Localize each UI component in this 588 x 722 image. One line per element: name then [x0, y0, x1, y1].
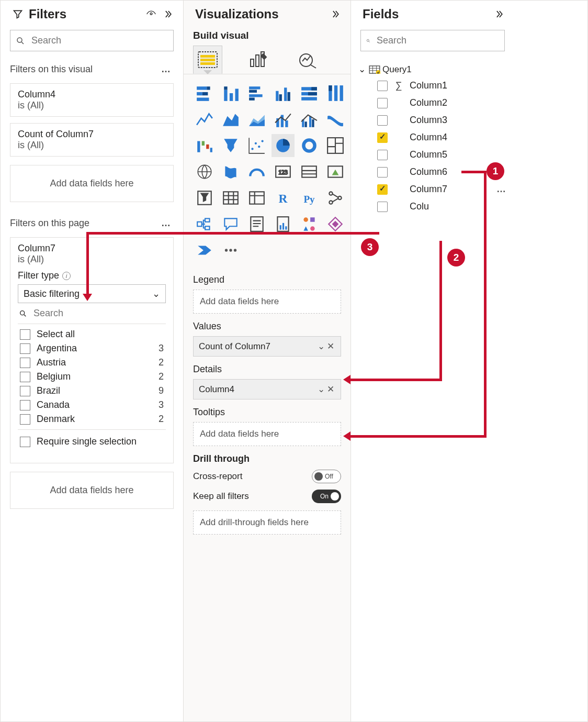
viz-slicer[interactable]: [193, 186, 216, 209]
filter-card-count-column7[interactable]: Count of Column7 is (All): [10, 123, 174, 157]
viz-kpi[interactable]: [324, 160, 347, 183]
viz-scatter[interactable]: [245, 134, 268, 157]
viz-filled-map[interactable]: [219, 160, 242, 183]
cross-report-toggle[interactable]: Off: [312, 470, 341, 483]
filter-type-dropdown[interactable]: Basic filtering ⌄: [18, 284, 166, 303]
viz-treemap[interactable]: [324, 134, 347, 157]
eye-icon[interactable]: [145, 8, 157, 20]
viz-qna[interactable]: [219, 213, 242, 236]
viz-type-grid: 123 R Py: [184, 74, 350, 269]
filter-value-item[interactable]: Belgium2: [18, 370, 166, 384]
field-column8[interactable]: Colu: [356, 198, 509, 215]
filters-page-more[interactable]: …: [161, 218, 172, 229]
viz-more[interactable]: [219, 239, 242, 262]
svg-rect-61: [223, 192, 238, 204]
svg-rect-6: [200, 62, 215, 65]
viz-clustered-column[interactable]: [272, 82, 295, 105]
filter-value-item[interactable]: Austria2: [18, 356, 166, 370]
filters-page-dropzone[interactable]: Add data fields here: [10, 472, 174, 509]
viz-decomposition[interactable]: [193, 213, 216, 236]
viz-paginated[interactable]: [272, 213, 295, 236]
collapse-icon[interactable]: [493, 8, 505, 20]
field-column2[interactable]: Column2: [356, 94, 509, 112]
chevron-down-icon: ⌄: [358, 64, 366, 75]
filter-value-item[interactable]: Brazil9: [18, 384, 166, 398]
fields-search-input[interactable]: [376, 35, 499, 47]
keep-filters-toggle[interactable]: On: [312, 490, 341, 503]
filters-search[interactable]: [10, 30, 174, 51]
viz-powerapps[interactable]: [324, 213, 347, 236]
viz-title: Visualizations: [195, 7, 324, 21]
filter-type-label: Filter type: [18, 270, 59, 281]
tab-build[interactable]: [193, 46, 222, 74]
field-more-icon[interactable]: …: [496, 184, 507, 195]
viz-key-influencers[interactable]: [324, 186, 347, 209]
viz-python[interactable]: Py: [298, 186, 321, 209]
require-single-selection[interactable]: Require single selection: [18, 429, 166, 456]
svg-rect-8: [256, 55, 259, 66]
chevron-down-icon[interactable]: ⌄: [316, 341, 326, 352]
viz-funnel[interactable]: [219, 134, 242, 157]
viz-table[interactable]: [219, 186, 242, 209]
field-column3[interactable]: Column3: [356, 112, 509, 129]
viz-pie[interactable]: [272, 134, 295, 157]
filter-value-item[interactable]: Canada3: [18, 398, 166, 412]
viz-ribbon[interactable]: [324, 108, 347, 131]
viz-map[interactable]: [193, 160, 216, 183]
field-column4[interactable]: Column4: [356, 129, 509, 146]
filters-visual-more[interactable]: …: [161, 64, 172, 75]
well-values-item[interactable]: Count of Column7 ⌄ ✕: [193, 336, 341, 357]
viz-r[interactable]: R: [272, 186, 295, 209]
tab-analytics[interactable]: [293, 46, 323, 74]
filter-card-column4[interactable]: Column4 is (All): [10, 83, 174, 117]
info-icon[interactable]: i: [62, 272, 71, 280]
viz-stacked-column[interactable]: [219, 82, 242, 105]
viz-matrix[interactable]: [245, 186, 268, 209]
collapse-icon[interactable]: [162, 8, 174, 20]
viz-stacked-bar[interactable]: [193, 82, 216, 105]
well-legend-drop[interactable]: Add data fields here: [193, 290, 341, 314]
svg-rect-20: [249, 86, 260, 89]
viz-gauge[interactable]: [245, 160, 268, 183]
filter-value-item[interactable]: Argentina3: [18, 341, 166, 356]
filter-value-selectall[interactable]: Select all: [18, 327, 166, 341]
filters-visual-dropzone[interactable]: Add data fields here: [10, 165, 174, 202]
viz-area[interactable]: [219, 108, 242, 131]
well-details-item[interactable]: Column4 ⌄ ✕: [193, 379, 341, 399]
viz-stacked-area[interactable]: [245, 108, 268, 131]
fields-search[interactable]: [360, 30, 505, 51]
drill-through-drop[interactable]: Add drill-through fields here: [193, 510, 341, 535]
svg-rect-75: [285, 226, 287, 229]
well-tooltips-drop[interactable]: Add data fields here: [193, 422, 341, 446]
filter-values-search[interactable]: [18, 303, 166, 324]
viz-line-clustered[interactable]: [298, 108, 321, 131]
viz-100-bar[interactable]: [298, 82, 321, 105]
viz-donut[interactable]: [298, 134, 321, 157]
filter-values-search-input[interactable]: [32, 307, 165, 319]
well-legend-label: Legend: [184, 269, 350, 287]
viz-clustered-bar[interactable]: [245, 82, 268, 105]
viz-multicard[interactable]: [298, 160, 321, 183]
filters-search-input[interactable]: [30, 35, 168, 47]
table-query1[interactable]: ⌄ Query1: [356, 62, 509, 77]
svg-rect-11: [197, 86, 207, 90]
field-column1[interactable]: ∑Column1: [356, 77, 509, 94]
tab-format[interactable]: [243, 46, 273, 74]
viz-waterfall[interactable]: [193, 134, 216, 157]
viz-100-column[interactable]: [324, 82, 347, 105]
viz-line[interactable]: [193, 108, 216, 131]
viz-apps[interactable]: [298, 213, 321, 236]
field-column6[interactable]: Column6: [356, 163, 509, 181]
viz-card[interactable]: 123: [272, 160, 295, 183]
viz-line-column[interactable]: [272, 108, 295, 131]
search-icon: [366, 36, 370, 46]
filter-value-item[interactable]: Denmark2: [18, 412, 166, 426]
collapse-icon[interactable]: [330, 8, 341, 20]
field-column7[interactable]: Column7…: [356, 181, 509, 198]
chevron-down-icon[interactable]: ⌄: [316, 384, 326, 395]
close-icon[interactable]: ✕: [326, 341, 335, 352]
viz-automate[interactable]: [193, 239, 216, 262]
field-column5[interactable]: Column5: [356, 146, 509, 163]
close-icon[interactable]: ✕: [326, 384, 335, 395]
viz-narrative[interactable]: [245, 213, 268, 236]
